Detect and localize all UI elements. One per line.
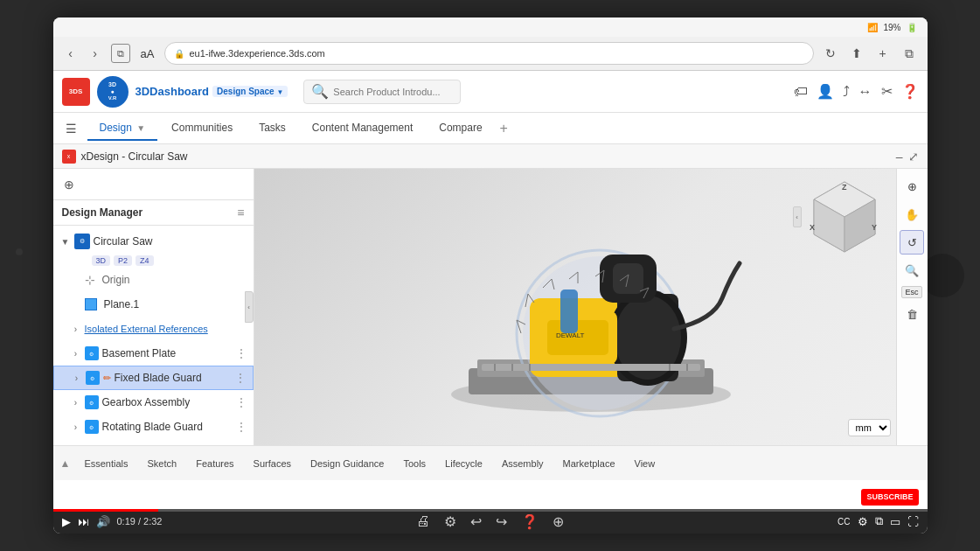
arrow-icon-btn[interactable]: ✂ <box>881 83 893 100</box>
design-space-badge: Design Space ▼ <box>212 86 288 97</box>
gearbox-menu-button[interactable]: ⋮ <box>236 396 247 408</box>
yt-play-button[interactable]: ▶ <box>62 515 71 528</box>
new-tab-button[interactable]: + <box>873 44 893 63</box>
units-select[interactable]: mm cm m in <box>848 419 891 436</box>
tree-item-basement-plate[interactable]: › ⚙ Basement Plate ⋮ <box>53 341 254 366</box>
profile-icon-btn[interactable]: 👤 <box>817 83 834 100</box>
zoom-fit-button[interactable]: ⊕ <box>900 174 924 199</box>
yt-settings-button[interactable]: ⚙ <box>858 515 868 528</box>
tab-surfaces[interactable]: Surfaces <box>245 455 300 472</box>
tab-marketplace[interactable]: Marketplace <box>554 455 624 472</box>
yt-subscribe-badge[interactable]: SUBSCRIBE <box>861 489 918 506</box>
rotating-assembly-icon: ⚙ <box>85 420 99 434</box>
design-manager-menu-button[interactable]: ≡ <box>237 206 244 220</box>
tab-switcher-button[interactable]: ⧉ <box>900 44 919 63</box>
tab-assembly[interactable]: Assembly <box>493 455 553 472</box>
battery-icon: 🔋 <box>907 23 917 32</box>
tree-label-circular-saw: Circular Saw <box>94 235 247 248</box>
tab-content-management[interactable]: Content Management <box>300 116 425 141</box>
tree-item-ext-refs[interactable]: › Isolated External References <box>53 317 254 341</box>
browser-forward-button[interactable]: › <box>87 45 104 62</box>
reload-button[interactable]: ↻ <box>821 44 840 63</box>
user-avatar[interactable]: 3D●V.R <box>97 76 129 108</box>
tab-features[interactable]: Features <box>187 455 242 472</box>
tab-essentials[interactable]: Essentials <box>75 455 136 472</box>
search-input[interactable] <box>333 87 454 97</box>
yt-captions-button[interactable]: CC <box>838 517 850 527</box>
assembly-icon: ⚙ <box>74 234 90 249</box>
minimize-button[interactable]: – <box>896 150 903 164</box>
yt-volume-button[interactable]: 🔊 <box>96 515 110 528</box>
svg-rect-11 <box>560 289 578 333</box>
nav-cube[interactable]: Z X Y ‹ <box>805 178 884 256</box>
rotating-expand: › <box>71 422 81 432</box>
browser-back-button[interactable]: ‹ <box>62 45 80 62</box>
gearbox-expand: › <box>71 397 81 408</box>
units-selector[interactable]: mm cm m in <box>848 419 891 436</box>
tab-design-guidance[interactable]: Design Guidance <box>302 455 393 472</box>
yt-pip-button[interactable]: ⧉ <box>875 514 883 528</box>
rotating-menu-button[interactable]: ⋮ <box>236 421 247 433</box>
tree-item-circular-saw[interactable]: ▼ ⚙ Circular Saw <box>53 229 254 254</box>
app-header: 3DS 3D●V.R 3DDashboard Design Space ▼ 🔍 <box>53 71 928 113</box>
tab-view[interactable]: View <box>626 455 664 472</box>
tab-design[interactable]: Design ▼ <box>87 116 158 141</box>
origin-expand <box>71 275 81 285</box>
tag-p2: P2 <box>114 255 132 266</box>
sidebar-tool-button[interactable]: ⊕ <box>60 176 78 193</box>
back-icon: ‹ <box>68 46 73 60</box>
cube-collapse-button[interactable]: ‹ <box>793 206 802 227</box>
pan-button[interactable]: ✋ <box>900 202 924 227</box>
maximize-button[interactable]: ⤢ <box>908 150 919 164</box>
add-tab-button[interactable]: + <box>500 121 508 136</box>
sidebar-collapse-handle[interactable]: ‹ <box>245 291 254 323</box>
tree-label-rotating-blade-guard: Rotating Blade Guard <box>102 421 233 433</box>
browser-aa-text: aA <box>141 47 155 60</box>
address-bar[interactable]: 🔒 eu1-ifwe.3dexperience.3ds.com <box>164 42 813 65</box>
esc-button[interactable]: Esc <box>901 286 921 298</box>
tree-label-basement-plate: Basement Plate <box>102 347 233 359</box>
share-icon-btn[interactable]: ⤴ <box>843 84 850 100</box>
gearbox-assembly-icon: ⚙ <box>85 395 99 409</box>
magnify-button[interactable]: 🔍 <box>900 258 924 282</box>
yt-progress-bar[interactable] <box>53 509 928 512</box>
delete-button[interactable]: 🗑 <box>900 302 924 326</box>
bookmark-icon-btn[interactable]: 🏷 <box>794 84 808 100</box>
tree-item-origin[interactable]: ⊹ Origin <box>53 268 254 292</box>
tab-communities[interactable]: Communities <box>159 116 245 141</box>
sidebar-toggle-button[interactable]: ☰ <box>62 120 80 137</box>
yt-skip-button[interactable]: ⏭ <box>78 515 89 528</box>
tree-item-plane1[interactable]: Plane.1 <box>53 292 254 317</box>
header-search[interactable]: 🔍 <box>303 80 461 104</box>
blade-guard-menu-button[interactable]: ⋮ <box>235 372 246 384</box>
tab-lifecycle[interactable]: Lifecycle <box>436 455 491 472</box>
tablet-home-button[interactable] <box>921 254 964 297</box>
yt-fullscreen-button[interactable]: ⛶ <box>907 515 919 528</box>
expand-icon: ▼ <box>60 236 71 247</box>
tree-item-rotating-blade-guard[interactable]: › ⚙ Rotating Blade Guard ⋮ <box>53 415 254 439</box>
tab-compare[interactable]: Compare <box>427 116 494 141</box>
toolbar-expand-button[interactable]: ▲ <box>60 457 71 470</box>
browser-reader-button[interactable]: ⧉ <box>111 44 130 63</box>
yt-icon-3: ↩ <box>470 513 482 530</box>
basement-assembly-icon: ⚙ <box>85 346 99 360</box>
help-icon-btn[interactable]: ❓ <box>901 83 919 100</box>
basement-menu-button[interactable]: ⋮ <box>236 347 247 359</box>
tab-sketch[interactable]: Sketch <box>139 455 186 472</box>
device-frame: 📶 19% 🔋 ‹ › ⧉ aA 🔒 eu1-ifwe.3dexperience… <box>0 0 980 551</box>
rotate-button[interactable]: ↺ <box>900 230 924 255</box>
tab-tools[interactable]: Tools <box>394 455 434 472</box>
tree-item-gearbox-assembly[interactable]: › ⚙ Gearbox Assembly ⋮ <box>53 390 254 415</box>
tree-label-ext-refs[interactable]: Isolated External References <box>85 324 208 334</box>
share-button[interactable]: ⬆ <box>847 44 866 63</box>
design-manager-title: Design Manager <box>62 206 143 219</box>
tree-item-fixed-blade-guard[interactable]: › ⚙ ✏ Fixed Blade Guard ⋮ <box>53 366 254 390</box>
yt-theater-button[interactable]: ▭ <box>890 515 900 528</box>
tab-tasks[interactable]: Tasks <box>247 116 298 141</box>
tree-label-gearbox-assembly: Gearbox Assembly <box>102 396 233 408</box>
plane-icon <box>85 298 97 310</box>
yt-time-display: 0:19 / 2:32 <box>117 516 163 527</box>
forward-icon: › <box>93 46 97 60</box>
connect-icon-btn[interactable]: ↔ <box>858 84 872 100</box>
tree-label-plane1: Plane.1 <box>104 298 247 310</box>
